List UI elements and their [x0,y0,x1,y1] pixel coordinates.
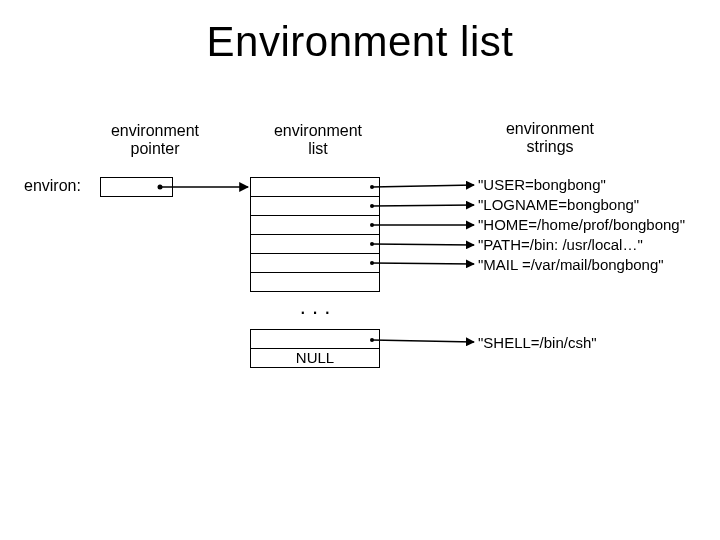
svg-line-13 [372,340,474,342]
header-environment-pointer: environmentpointer [100,122,210,159]
list-cell-2 [250,215,380,235]
env-string-shell: "SHELL=/bin/csh" [478,333,685,353]
env-string-logname: "LOGNAME=bongbong" [478,195,685,215]
svg-line-11 [372,263,474,264]
list-cell-0 [250,177,380,197]
slide-root: Environment list environmentpointer envi… [0,0,720,540]
env-string-path: "PATH=/bin: /usr/local…" [478,235,685,255]
svg-line-3 [372,185,474,187]
list-cell-null: NULL [250,348,380,368]
svg-line-5 [372,205,474,206]
svg-line-9 [372,244,474,245]
env-string-mail: "MAIL =/var/mail/bongbong" [478,255,685,275]
env-string-gap [478,275,685,333]
header-strings-text: environmentstrings [506,120,594,155]
environ-pointer-box [100,177,173,197]
environment-list-column: . . . NULL [250,177,380,367]
list-cell-1 [250,196,380,216]
list-cell-5 [250,272,380,292]
header-environment-list: environmentlist [263,122,373,159]
list-cell-last [250,329,380,349]
env-string-home: "HOME=/home/prof/bongbong" [478,215,685,235]
environment-strings-column: "USER=bongbong" "LOGNAME=bongbong" "HOME… [478,175,685,353]
page-title: Environment list [0,18,720,66]
header-pointer-text: environmentpointer [111,122,199,157]
environ-label: environ: [24,177,81,195]
env-string-user: "USER=bongbong" [478,175,685,195]
list-cell-3 [250,234,380,254]
list-cell-4 [250,253,380,273]
header-list-text: environmentlist [274,122,362,157]
header-environment-strings: environmentstrings [490,120,610,157]
list-ellipsis: . . . [250,291,380,329]
